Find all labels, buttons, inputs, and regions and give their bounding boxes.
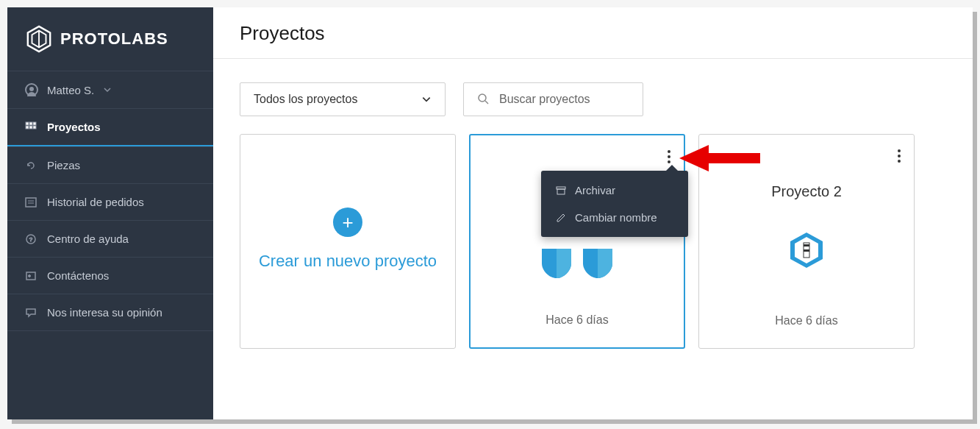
nav-label: Piezas [47, 159, 80, 171]
project-date: Hace 6 días [775, 314, 837, 327]
user-name-label: Matteo S. [47, 84, 94, 96]
chat-icon [25, 307, 37, 319]
nav-help-center[interactable]: ? Centro de ayuda [7, 220, 213, 257]
menu-rename[interactable]: Cambiar nombre [541, 204, 688, 231]
app-window: PROTOLABS Matteo S. Proyectos [7, 7, 973, 419]
brand-logo: PROTOLABS [7, 7, 213, 71]
svg-rect-24 [804, 249, 809, 252]
project-thumbnail [786, 230, 827, 271]
nav-projects[interactable]: Proyectos [7, 108, 213, 146]
protolabs-logo-icon [25, 25, 53, 53]
archive-icon [556, 185, 566, 196]
brand-name: PROTOLABS [60, 29, 168, 49]
nav-label: Proyectos [47, 121, 101, 133]
new-project-card[interactable]: + Crear un nuevo proyecto [240, 134, 456, 349]
svg-rect-7 [29, 126, 32, 129]
page-title: Proyectos [213, 7, 973, 59]
nav-label: Historial de pedidos [47, 196, 144, 208]
new-project-label: Crear un nuevo proyecto [259, 247, 437, 274]
plus-icon: + [333, 208, 362, 237]
nav-list: Proyectos Piezas Historial de pedidos [7, 108, 213, 331]
shield-icon [539, 246, 574, 281]
sidebar: PROTOLABS Matteo S. Proyectos [7, 7, 213, 419]
project-thumbnail [539, 246, 615, 281]
svg-point-15 [29, 274, 31, 277]
project-date: Hace 6 días [546, 313, 608, 327]
undo-icon [25, 160, 37, 171]
grid-icon [25, 121, 37, 133]
project-card[interactable]: Archivar Cambiar nombre [469, 134, 685, 349]
main-content: Proyectos Todos los proyectos Buscar pro… [213, 7, 973, 419]
list-icon [25, 196, 37, 208]
filter-dropdown[interactable]: Todos los proyectos [240, 82, 446, 116]
project-title: Proyecto 2 [771, 183, 842, 200]
menu-label: Cambiar nombre [575, 211, 657, 224]
svg-rect-9 [26, 198, 36, 207]
svg-rect-6 [26, 126, 29, 129]
shield-icon [580, 246, 615, 281]
svg-rect-23 [804, 244, 809, 247]
menu-label: Archivar [575, 184, 615, 196]
nav-parts[interactable]: Piezas [7, 146, 213, 183]
project-cards: + Crear un nuevo proyecto Archivar [213, 134, 973, 349]
search-icon [477, 93, 490, 106]
search-placeholder: Buscar proyectos [499, 93, 590, 106]
user-menu[interactable]: Matteo S. [7, 71, 213, 108]
nav-order-history[interactable]: Historial de pedidos [7, 183, 213, 220]
svg-rect-19 [557, 189, 565, 194]
svg-text:?: ? [29, 236, 33, 243]
nav-label: Centro de ayuda [47, 233, 129, 245]
nav-feedback[interactable]: Nos interesa su opinión [7, 294, 213, 331]
contact-icon [25, 270, 37, 282]
hexagon-lighthouse-icon [786, 230, 827, 271]
menu-archive[interactable]: Archivar [541, 177, 688, 204]
svg-rect-4 [29, 122, 32, 125]
svg-rect-3 [26, 122, 29, 125]
svg-line-17 [485, 101, 488, 104]
toolbar: Todos los proyectos Buscar proyectos [213, 59, 973, 134]
help-icon: ? [25, 233, 37, 245]
card-menu-button[interactable] [665, 147, 673, 166]
user-avatar-icon [25, 83, 38, 96]
search-input[interactable]: Buscar proyectos [463, 82, 643, 116]
nav-label: Nos interesa su opinión [47, 306, 162, 319]
svg-rect-8 [33, 126, 36, 129]
card-menu-button[interactable] [895, 146, 904, 166]
svg-rect-5 [33, 122, 36, 125]
edit-icon [556, 213, 566, 223]
nav-label: Contáctenos [47, 269, 109, 282]
nav-contact[interactable]: Contáctenos [7, 257, 213, 294]
chevron-down-icon [103, 85, 112, 94]
filter-label: Todos los proyectos [254, 93, 357, 106]
project-card[interactable]: Proyecto 2 Hace 6 días [698, 134, 915, 349]
card-dropdown-menu: Archivar Cambiar nombre [541, 171, 688, 237]
svg-point-16 [479, 94, 486, 102]
chevron-down-icon [421, 94, 432, 104]
